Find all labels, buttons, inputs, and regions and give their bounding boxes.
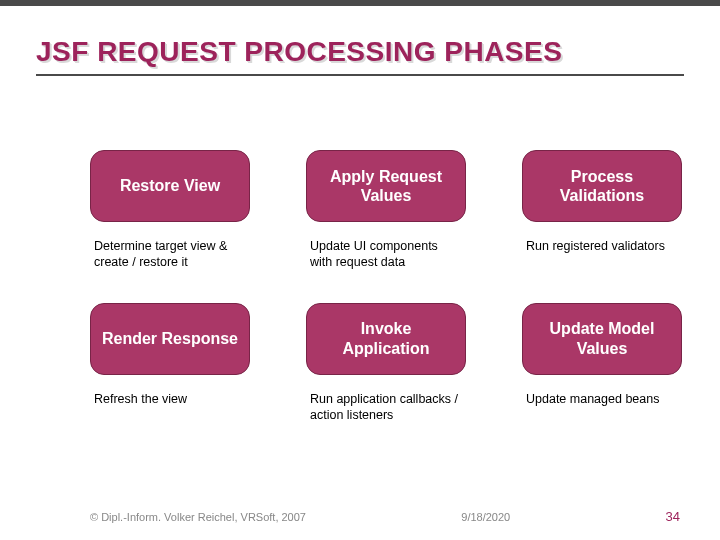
desc-apply-request-values: Update UI components with request data — [306, 236, 466, 289]
desc-restore-view: Determine target view & create / restore… — [90, 236, 250, 289]
phase-invoke-application: Invoke Application — [306, 303, 466, 375]
footer-credit: © Dipl.-Inform. Volker Reichel, VRSoft, … — [90, 511, 306, 523]
desc-update-model-values: Update managed beans — [522, 389, 682, 442]
page-title: JSF REQUEST PROCESSING PHASES — [0, 6, 720, 74]
footer: © Dipl.-Inform. Volker Reichel, VRSoft, … — [90, 509, 680, 524]
phase-process-validations: Process Validations — [522, 150, 682, 222]
phase-update-model-values: Update Model Values — [522, 303, 682, 375]
desc-process-validations: Run registered validators — [522, 236, 682, 289]
phase-render-response: Render Response — [90, 303, 250, 375]
footer-date: 9/18/2020 — [461, 511, 510, 523]
title-underline — [36, 74, 684, 76]
page-number: 34 — [666, 509, 680, 524]
desc-invoke-application: Run application callbacks / action liste… — [306, 389, 466, 442]
slide: JSF REQUEST PROCESSING PHASES Restore Vi… — [0, 0, 720, 540]
phase-apply-request-values: Apply Request Values — [306, 150, 466, 222]
phases-grid: Restore View Apply Request Values Proces… — [90, 150, 680, 441]
phase-restore-view: Restore View — [90, 150, 250, 222]
desc-render-response: Refresh the view — [90, 389, 250, 442]
